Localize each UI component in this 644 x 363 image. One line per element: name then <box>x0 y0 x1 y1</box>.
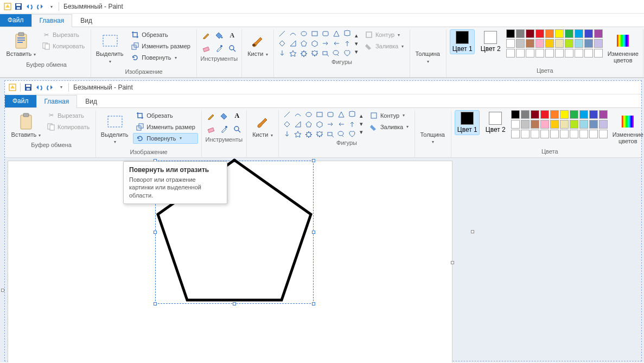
color-swatch-empty[interactable] <box>579 130 588 138</box>
color-swatch[interactable] <box>599 120 608 129</box>
shape-item[interactable] <box>342 29 352 38</box>
color-swatch[interactable] <box>516 39 525 48</box>
qat-redo-button[interactable] <box>35 1 46 12</box>
color1-button[interactable]: Цвет 1 <box>455 110 480 135</box>
shape-item[interactable] <box>299 49 309 58</box>
color-swatch[interactable] <box>594 29 603 38</box>
shape-item[interactable] <box>310 29 320 38</box>
select-button[interactable]: Выделить ▾ <box>94 29 126 67</box>
color-swatch[interactable] <box>540 120 549 129</box>
crop-button[interactable]: Обрезать <box>128 29 193 40</box>
color-swatch-empty[interactable] <box>589 130 598 138</box>
qat-save-button[interactable] <box>23 82 34 93</box>
color-swatch[interactable] <box>531 120 539 129</box>
color-swatch-empty[interactable] <box>531 130 539 138</box>
outer-canvas-handle-e[interactable] <box>471 230 474 233</box>
color-swatch-empty[interactable] <box>555 49 564 58</box>
rotate-button[interactable]: Повернуть▾ <box>133 133 198 144</box>
magnifier-tool[interactable] <box>226 42 238 54</box>
shape-item[interactable] <box>331 39 341 48</box>
picker-tool[interactable] <box>213 42 225 54</box>
color-swatch-empty[interactable] <box>570 130 578 138</box>
color-swatch-empty[interactable] <box>565 49 573 58</box>
shape-item[interactable] <box>326 130 335 138</box>
shape-item[interactable] <box>315 120 324 129</box>
shape-item[interactable] <box>277 49 287 58</box>
color-swatch[interactable] <box>589 110 598 119</box>
shape-item[interactable] <box>315 110 324 119</box>
color-swatch[interactable] <box>550 120 559 129</box>
color-swatch[interactable] <box>560 110 569 119</box>
resize-button[interactable]: Изменить размер <box>133 122 198 132</box>
color-swatch[interactable] <box>579 110 588 119</box>
file-tab[interactable]: Файл <box>5 95 36 107</box>
color-swatch-empty[interactable] <box>506 49 515 58</box>
text-tool[interactable]: A <box>226 29 238 41</box>
shape-item[interactable] <box>282 110 292 119</box>
shape-item[interactable] <box>282 120 292 129</box>
fill-tool[interactable] <box>218 110 230 122</box>
color-swatch[interactable] <box>560 120 569 129</box>
color-swatch[interactable] <box>545 29 554 38</box>
shape-item[interactable] <box>347 120 357 129</box>
color-swatch-empty[interactable] <box>599 130 608 138</box>
color-swatch[interactable] <box>589 120 598 129</box>
shape-item[interactable] <box>336 110 346 119</box>
qat-customize-button[interactable]: ▾ <box>46 1 56 12</box>
color-swatch-empty[interactable] <box>550 130 559 138</box>
qat-save-button[interactable] <box>13 1 24 12</box>
fill-tool[interactable] <box>213 29 225 41</box>
color-swatch-empty[interactable] <box>535 49 544 58</box>
canvas-handle-e[interactable] <box>451 261 454 264</box>
view-tab[interactable]: Вид <box>72 14 100 27</box>
file-tab[interactable]: Файл <box>0 14 31 27</box>
color-swatch[interactable] <box>545 39 554 48</box>
color-swatch-empty[interactable] <box>575 49 583 58</box>
color-swatch[interactable] <box>521 120 530 129</box>
drawing-canvas[interactable] <box>8 161 452 362</box>
shape-item[interactable] <box>326 110 335 119</box>
color-swatch[interactable] <box>506 29 515 38</box>
color-swatch[interactable] <box>584 39 593 48</box>
copy-button[interactable]: Копировать <box>44 122 92 132</box>
shape-item[interactable] <box>277 39 287 48</box>
color1-button[interactable]: Цвет 1 <box>450 29 475 54</box>
shape-item[interactable] <box>342 39 352 48</box>
shape-item[interactable] <box>277 29 287 38</box>
edit-colors-button[interactable]: Изменение цветов <box>611 110 644 147</box>
shapes-gallery[interactable] <box>277 29 352 58</box>
shape-item[interactable] <box>321 49 330 58</box>
shapes-gallery[interactable] <box>282 110 357 138</box>
shapes-more[interactable]: ▾ <box>358 128 365 136</box>
color-swatch[interactable] <box>599 110 608 119</box>
shape-item[interactable] <box>288 29 298 38</box>
picker-tool[interactable] <box>218 123 230 135</box>
color-swatch[interactable] <box>570 110 578 119</box>
edit-colors-button[interactable]: Изменение цветов <box>606 29 640 66</box>
brushes-button[interactable]: Кисти ▾ <box>245 29 270 60</box>
color-swatch[interactable] <box>535 39 544 48</box>
inner-canvas-area[interactable]: Повернуть или отразить Поворот или отраж… <box>5 158 641 360</box>
color-swatch[interactable] <box>594 39 603 48</box>
color-swatch[interactable] <box>575 29 583 38</box>
resize-button[interactable]: Изменить размер <box>128 41 193 52</box>
cut-button[interactable]: ✂Вырезать <box>39 29 87 40</box>
size-button[interactable]: Толщина ▾ <box>413 29 443 67</box>
color-swatch[interactable] <box>565 29 573 38</box>
shape-item[interactable] <box>321 29 330 38</box>
shape-item[interactable] <box>282 130 292 138</box>
view-tab[interactable]: Вид <box>77 95 105 108</box>
color-swatch[interactable] <box>511 120 520 129</box>
shapes-more[interactable]: ▾ <box>353 48 360 56</box>
shape-item[interactable] <box>293 120 303 129</box>
shape-item[interactable] <box>293 110 303 119</box>
color-swatch[interactable] <box>575 39 583 48</box>
crop-button[interactable]: Обрезать <box>133 110 198 121</box>
magnifier-tool[interactable] <box>231 123 243 135</box>
color-swatch[interactable] <box>565 39 573 48</box>
text-tool[interactable]: A <box>231 110 243 122</box>
home-tab[interactable]: Главная <box>31 14 73 27</box>
color-swatch[interactable] <box>526 29 534 38</box>
qat-redo-button[interactable] <box>44 82 55 93</box>
size-button[interactable]: Толщина ▾ <box>418 110 448 148</box>
